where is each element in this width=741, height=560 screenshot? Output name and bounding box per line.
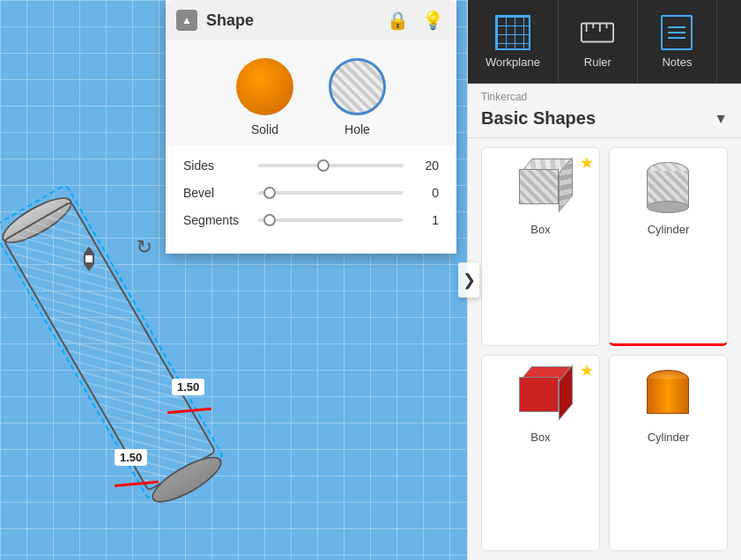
bevel-slider-row: Bevel 0: [183, 186, 439, 200]
scale-handles[interactable]: [84, 247, 94, 271]
segments-slider[interactable]: [258, 218, 404, 222]
cylinder-gray-shape: [640, 158, 697, 216]
lock-button[interactable]: 🔒: [384, 7, 411, 33]
collapse-icon: ▲: [182, 14, 192, 26]
measurement-bottom: 1.50: [115, 449, 147, 466]
workplane-button[interactable]: Workplane: [468, 0, 559, 83]
bevel-value: 0: [412, 186, 439, 200]
solid-option[interactable]: Solid: [236, 58, 293, 136]
rotate-arrow[interactable]: ↺: [137, 236, 152, 259]
box-gray-shape: [510, 158, 572, 216]
tinkercad-brand: Tinkercad: [481, 91, 527, 103]
right-panel: Workplane Ruler: [467, 0, 741, 560]
cyl-gray-bottom: [647, 201, 689, 213]
shape-card-cylinder-gray[interactable]: Cylinder: [609, 147, 728, 346]
notes-icon-container: [659, 15, 694, 50]
cylinder-gray-label: Cylinder: [648, 223, 690, 236]
lock-icon: 🔒: [387, 10, 409, 31]
cylinder-orange-shape: [640, 366, 697, 424]
shape-type-options: Solid Hole: [166, 41, 456, 145]
segments-value: 1: [412, 213, 439, 227]
basic-shapes-title-text: Basic Shapes: [481, 108, 596, 129]
dropdown-arrow-icon[interactable]: ▼: [714, 111, 728, 127]
workplane-label: Workplane: [485, 55, 540, 69]
cylinder-orange-label: Cylinder: [648, 431, 690, 444]
box-gray-label: Box: [530, 223, 550, 236]
solid-label: Solid: [251, 122, 278, 136]
tinkercad-header: Tinkercad: [468, 84, 741, 107]
shape-panel-title: Shape: [206, 11, 375, 30]
panel-chevron-button[interactable]: ❯: [458, 262, 479, 298]
segments-label: Segments: [183, 213, 249, 227]
ruler-label: Ruler: [584, 55, 611, 69]
box-red-label: Box: [530, 431, 550, 444]
sides-slider-row: Sides 20: [183, 158, 439, 173]
shape-card-box-red[interactable]: ★ Box: [481, 355, 600, 552]
toolbar: Workplane Ruler: [468, 0, 741, 84]
bevel-slider[interactable]: [258, 191, 404, 195]
ruler-icon-container: [580, 15, 615, 50]
panel-collapse-button[interactable]: ▲: [176, 10, 197, 31]
box-red-front: [519, 377, 559, 412]
chevron-icon: ❯: [463, 270, 476, 290]
bevel-label: Bevel: [183, 186, 249, 200]
handle-arrow-down: [84, 264, 94, 271]
hole-circle-icon: [329, 58, 386, 115]
notes-label: Notes: [662, 55, 692, 69]
segments-slider-row: Segments 1: [183, 213, 439, 227]
tinkercad-section: Tinkercad Basic Shapes ▼: [468, 84, 741, 138]
box-gray-front: [519, 169, 559, 204]
shape-card-cylinder-orange[interactable]: Cylinder: [609, 355, 728, 552]
sides-value: 20: [412, 158, 439, 173]
shapes-grid: ★ Box Cylinder ★ Box: [468, 138, 741, 560]
box-red-shape: [510, 366, 572, 424]
sides-slider[interactable]: [258, 164, 404, 167]
star-icon-box-gray: ★: [580, 153, 594, 173]
shape-panel: ▲ Shape 🔒 💡 Solid Hole Sides 20: [166, 0, 456, 254]
solid-circle-icon: [236, 58, 293, 115]
star-icon-box-red: ★: [580, 361, 594, 380]
notes-button[interactable]: Notes: [638, 0, 717, 83]
hole-label: Hole: [345, 122, 370, 136]
ruler-button[interactable]: Ruler: [559, 0, 638, 83]
workplane-icon: [495, 15, 530, 50]
lightbulb-button[interactable]: 💡: [419, 7, 446, 33]
shape-card-box-gray[interactable]: ★ Box: [481, 147, 600, 346]
handle-box[interactable]: [84, 254, 94, 264]
measurement-right: 1.50: [172, 379, 204, 395]
lightbulb-icon: 💡: [422, 10, 444, 31]
cyl-orange-body: [647, 379, 689, 414]
handle-arrow-up: [84, 247, 94, 254]
basic-shapes-title: Basic Shapes ▼: [468, 107, 741, 137]
shape-panel-header: ▲ Shape 🔒 💡: [166, 0, 456, 41]
sides-label: Sides: [183, 158, 249, 173]
shape-sliders: Sides 20 Bevel 0 Segments 1: [166, 145, 456, 254]
hole-option[interactable]: Hole: [329, 58, 386, 136]
